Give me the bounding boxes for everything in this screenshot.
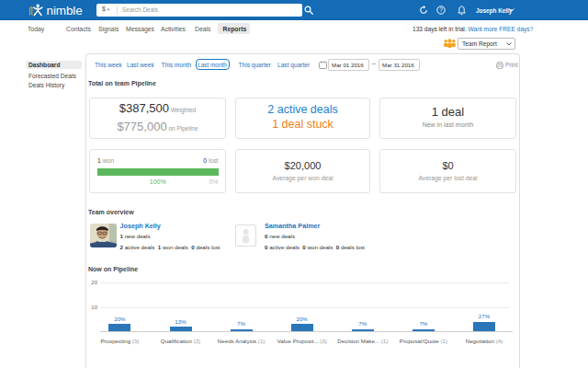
- svg-text:?: ?: [439, 6, 443, 13]
